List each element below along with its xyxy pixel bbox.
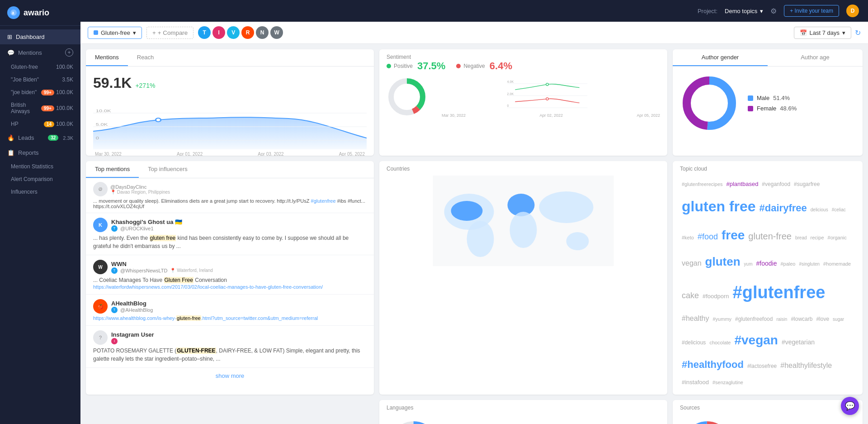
news-filter[interactable]: N: [256, 26, 269, 39]
date-range-button[interactable]: 📅 Last 7 days ▾: [794, 27, 852, 39]
topic-word[interactable]: #veganfood: [762, 179, 790, 190]
project-selector[interactable]: Demo topics ▾: [725, 8, 763, 14]
topic-word[interactable]: bread: [795, 233, 807, 243]
topic-word[interactable]: #celiac: [832, 205, 846, 214]
sources-card: Sources Instagram 78.4% Twitter 21.6%: [673, 400, 863, 424]
topic-word[interactable]: #lactosefree: [747, 361, 777, 372]
invite-button[interactable]: + Invite your team: [784, 5, 839, 17]
male-dot: [748, 95, 753, 101]
topic-word[interactable]: #glutenfreefood: [735, 314, 773, 324]
topic-word[interactable]: cake: [682, 287, 699, 304]
topic-word[interactable]: vegan: [682, 256, 702, 271]
topic-word[interactable]: #keto: [682, 233, 694, 243]
topic-word[interactable]: #food: [698, 229, 718, 245]
toolbar: Gluten-free ▾ + + Compare T I V R N W 📅 …: [80, 22, 868, 44]
svg-point-30: [451, 201, 483, 221]
mentions-card: Mentions Reach 59.1K +271%: [86, 49, 374, 156]
svg-point-28: [539, 191, 594, 223]
topic-count: 100.0K: [56, 89, 73, 95]
mention-handle-2: @WhispersNewsLTD: [120, 268, 167, 273]
instagram-filter[interactable]: I: [212, 26, 225, 39]
sidebar-mention-statistics[interactable]: Mention Statistics: [0, 160, 80, 173]
tab-top-mentions[interactable]: Top mentions: [86, 161, 139, 178]
tab-mentions[interactable]: Mentions: [86, 49, 128, 66]
topic-word[interactable]: #yummy: [713, 314, 732, 324]
topic-word[interactable]: #foodie: [756, 257, 777, 270]
sidebar-item-mentions[interactable]: 💬 Mentions +: [0, 44, 80, 61]
settings-icon[interactable]: ⚙: [770, 7, 777, 15]
topic-word[interactable]: #delicious: [682, 337, 706, 348]
topic-word[interactable]: #healthy: [682, 311, 709, 326]
topic-word[interactable]: chocolate: [709, 338, 731, 348]
topic-word[interactable]: #plantbased: [726, 178, 759, 190]
sidebar-topic-airways[interactable]: British Airways 99+ 100.0K: [0, 99, 80, 118]
sidebar-topic-biden2[interactable]: "joe biden" 99+ 100.0K: [0, 86, 80, 99]
topic-word[interactable]: #vegetarian: [782, 336, 815, 348]
topic-pill[interactable]: Gluten-free ▾: [88, 27, 142, 39]
topic-word[interactable]: delicious: [811, 205, 828, 214]
leads-badge: 32: [48, 135, 58, 141]
topic-word[interactable]: #glutenfree: [733, 275, 826, 310]
refresh-icon[interactable]: ↻: [855, 29, 861, 37]
tab-author-gender[interactable]: Author gender: [673, 49, 768, 66]
mention-item-2: W WWN T @WhispersNewsLTD 📍 Waterford, Ir…: [86, 255, 374, 295]
sidebar-item-dashboard[interactable]: ⊞ Dashboard: [0, 29, 80, 44]
topic-word[interactable]: #homemade: [823, 259, 851, 269]
tab-top-influencers[interactable]: Top influencers: [139, 161, 196, 178]
sidebar-topic-hp[interactable]: HP 14 100.0K: [0, 118, 80, 130]
topic-word[interactable]: #instafood: [682, 376, 709, 388]
topic-word[interactable]: #organic: [828, 233, 847, 243]
topic-count: 3.5K: [62, 76, 73, 83]
male-label: Male: [757, 95, 769, 101]
topic-word[interactable]: #vegan: [734, 328, 778, 353]
topic-word[interactable]: #senzaglutine: [712, 377, 743, 387]
user-avatar[interactable]: D: [846, 5, 859, 17]
sidebar-influencers[interactable]: Influencers: [0, 186, 80, 198]
sidebar-topic-biden1[interactable]: "Joe Biden" 3.5K: [0, 73, 80, 86]
web-filter[interactable]: W: [270, 26, 283, 39]
topic-word[interactable]: #love: [816, 314, 829, 324]
mention-link-3[interactable]: https://www.ahealthblog.com/is-whey-glut…: [93, 315, 367, 321]
plus-icon: +: [152, 29, 156, 36]
sidebar-item-leads[interactable]: 🔥 Leads 32 2.3K: [0, 130, 80, 145]
influencers-label: Influencers: [11, 189, 38, 195]
topic-word[interactable]: #healthylifestyle: [780, 358, 832, 373]
mention-meta-1: Khashoggi's Ghost ua 🇺🇦 T @UROCKlive1: [111, 219, 182, 232]
topic-word[interactable]: gluten-free: [748, 227, 792, 245]
svg-text:2.0K: 2.0K: [507, 92, 514, 96]
topic-word[interactable]: #sugarfree: [794, 179, 820, 190]
dashboard-icon: ⊞: [7, 33, 12, 40]
topic-word[interactable]: #singluten: [799, 260, 820, 269]
tab-reach[interactable]: Reach: [128, 49, 163, 66]
topic-word[interactable]: #dairyfree: [760, 198, 807, 218]
topic-word[interactable]: raisin: [776, 315, 787, 324]
twitter-filter[interactable]: T: [198, 26, 211, 39]
sidebar-item-reports[interactable]: 📋 Reports: [0, 145, 80, 160]
topic-word[interactable]: gluten free: [682, 192, 756, 221]
vimeo-filter[interactable]: V: [227, 26, 240, 39]
mention-link-2[interactable]: https://waterfordwhispersnews.com/2017/0…: [93, 284, 367, 290]
topic-word[interactable]: #lowcarb: [791, 314, 812, 324]
topic-word[interactable]: #foodporn: [703, 291, 729, 302]
sidebar-alert-comparison[interactable]: Alert Comparison: [0, 173, 80, 186]
chat-bubble[interactable]: 💬: [841, 397, 859, 415]
tab-author-age[interactable]: Author age: [768, 49, 863, 66]
compare-button[interactable]: + + Compare: [146, 27, 193, 39]
topic-word[interactable]: #healthyfood: [682, 355, 744, 375]
topic-word[interactable]: yum: [744, 260, 753, 269]
leads-icon: 🔥: [7, 134, 14, 141]
topic-word[interactable]: #glutenfreerecipes: [682, 179, 723, 189]
reddit-filter[interactable]: R: [241, 26, 254, 39]
mentions-value: 59.1K +271%: [93, 75, 367, 91]
show-more-btn[interactable]: show more: [86, 368, 374, 384]
topic-word[interactable]: sugar: [833, 315, 844, 324]
positive-dot: [387, 64, 391, 68]
add-mention-btn[interactable]: +: [65, 48, 73, 57]
topic-word[interactable]: recipe: [811, 233, 824, 243]
topic-word[interactable]: free: [722, 223, 745, 248]
mentions-tabs: Mentions Reach: [86, 49, 374, 67]
topic-word[interactable]: #paleo: [780, 259, 795, 269]
avatar-4: ?: [93, 330, 108, 345]
sidebar-topic-gluten[interactable]: Gluten-free 100.0K: [0, 61, 80, 73]
topic-word[interactable]: gluten: [705, 250, 741, 273]
